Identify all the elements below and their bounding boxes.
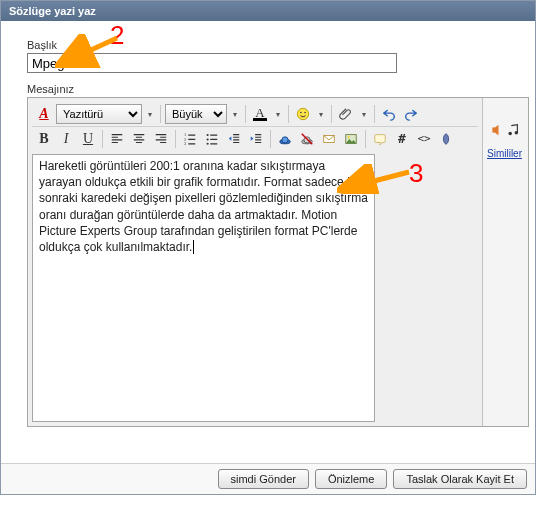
- submit-button[interactable]: simdi Gönder: [218, 469, 309, 489]
- chevron-down-icon[interactable]: ▾: [272, 110, 284, 119]
- toolbar-row-2: B I U 123: [32, 126, 478, 150]
- bold-button[interactable]: B: [34, 129, 54, 149]
- svg-point-7: [207, 138, 209, 140]
- toolbar-row-1: A Yazıtürü ▾ Büyük ▾ A ▾: [32, 102, 478, 126]
- svg-point-10: [282, 136, 288, 142]
- code-button[interactable]: #: [392, 129, 412, 149]
- message-body-textarea[interactable]: Hareketli görüntüleri 200:1 oranına kada…: [32, 154, 375, 422]
- unlink-button[interactable]: [297, 129, 317, 149]
- quote-button[interactable]: [370, 129, 390, 149]
- svg-point-8: [207, 142, 209, 144]
- svg-point-0: [297, 108, 308, 119]
- chevron-down-icon[interactable]: ▾: [358, 110, 370, 119]
- attachment-button[interactable]: [336, 104, 356, 124]
- font-size-select[interactable]: Büyük: [165, 104, 227, 124]
- html-button[interactable]: <>: [414, 129, 434, 149]
- side-panel: Simililer: [482, 98, 528, 426]
- email-button[interactable]: [319, 129, 339, 149]
- chevron-down-icon: ▾: [229, 110, 241, 119]
- svg-point-6: [207, 134, 209, 136]
- indent-button[interactable]: [246, 129, 266, 149]
- php-button[interactable]: [436, 129, 456, 149]
- title-bar: Sözlüge yazi yaz: [1, 1, 535, 21]
- rich-editor: A Yazıtürü ▾ Büyük ▾ A ▾: [27, 97, 529, 427]
- svg-text:3: 3: [184, 141, 187, 146]
- svg-point-1: [300, 112, 302, 114]
- font-family-select[interactable]: Yazıtürü: [56, 104, 142, 124]
- svg-point-2: [304, 112, 306, 114]
- preview-button[interactable]: Önizleme: [315, 469, 387, 489]
- undo-button[interactable]: [379, 104, 399, 124]
- svg-point-20: [515, 131, 519, 135]
- chevron-down-icon: ▾: [144, 110, 156, 119]
- align-right-button[interactable]: [151, 129, 171, 149]
- similar-link[interactable]: Simililer: [487, 148, 522, 159]
- align-left-button[interactable]: [107, 129, 127, 149]
- chevron-down-icon[interactable]: ▾: [315, 110, 327, 119]
- ordered-list-button[interactable]: 123: [180, 129, 200, 149]
- media-music-icon[interactable]: [505, 122, 521, 138]
- smiley-button[interactable]: [293, 104, 313, 124]
- window-title: Sözlüge yazi yaz: [9, 5, 96, 17]
- font-color-button[interactable]: A: [250, 104, 270, 124]
- unordered-list-button[interactable]: [202, 129, 222, 149]
- align-center-button[interactable]: [129, 129, 149, 149]
- media-audio-icon[interactable]: [487, 122, 503, 138]
- link-button[interactable]: [275, 129, 295, 149]
- title-label: Başlık: [27, 39, 521, 51]
- redo-button[interactable]: [401, 104, 421, 124]
- window: Sözlüge yazi yaz Başlık Mesajınız A Yazı…: [0, 0, 536, 495]
- italic-button[interactable]: I: [56, 129, 76, 149]
- title-input[interactable]: [27, 53, 397, 73]
- save-draft-button[interactable]: Taslak Olarak Kayit Et: [393, 469, 527, 489]
- outdent-button[interactable]: [224, 129, 244, 149]
- content-area: Başlık Mesajınız A Yazıtürü ▾ Büyük ▾: [1, 21, 535, 463]
- remove-format-button[interactable]: A: [34, 104, 54, 124]
- svg-rect-17: [375, 134, 386, 142]
- image-button[interactable]: [341, 129, 361, 149]
- button-bar: simdi Gönder Önizleme Taslak Olarak Kayi…: [1, 463, 535, 494]
- underline-button[interactable]: U: [78, 129, 98, 149]
- svg-point-19: [508, 132, 512, 136]
- message-body-text: Hareketli görüntüleri 200:1 oranına kada…: [39, 159, 368, 254]
- svg-point-16: [348, 136, 350, 138]
- message-label: Mesajınız: [27, 83, 521, 95]
- svg-rect-18: [492, 127, 495, 132]
